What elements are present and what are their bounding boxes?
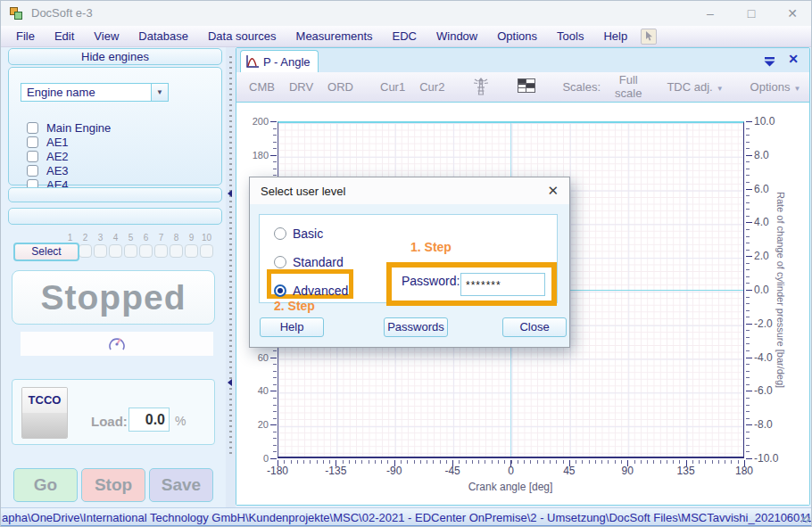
step1-annotation: 1. Step xyxy=(410,240,452,254)
cylinder-number-label: 10 xyxy=(202,233,211,243)
collapse-panel-icon[interactable] xyxy=(764,54,775,70)
cylinder-column: 9 xyxy=(185,233,198,258)
x-tick: 135 xyxy=(667,465,706,477)
engine-checkbox[interactable] xyxy=(27,151,38,162)
panel-splitter[interactable] xyxy=(226,47,236,507)
minimize-button[interactable]: – xyxy=(690,1,731,26)
toolbar-ord-button[interactable]: ORD xyxy=(327,80,353,94)
save-button[interactable]: Save xyxy=(149,468,213,502)
menu-item-data-sources[interactable]: Data sources xyxy=(198,26,286,47)
cylinder-number-row: 12345678910 xyxy=(63,233,213,258)
cylinder-number-label: 2 xyxy=(83,233,88,243)
tdc-adj-dropdown[interactable]: TDC adj.▼ xyxy=(667,80,723,94)
tab-row: P - Angle ✕ xyxy=(236,48,809,72)
cylinder-checkbox[interactable] xyxy=(79,244,92,258)
cylinder-column: 3 xyxy=(94,233,107,258)
maximize-button[interactable]: □ xyxy=(731,1,772,26)
menu-item-window[interactable]: Window xyxy=(427,26,487,47)
layout-grid-icon[interactable] xyxy=(518,78,535,95)
cylinder-checkbox[interactable] xyxy=(154,244,168,258)
menu-item-tools[interactable]: Tools xyxy=(547,26,593,47)
resize-grip[interactable] xyxy=(801,515,810,523)
radio-label: Standard xyxy=(293,255,344,269)
radio-basic[interactable] xyxy=(274,227,286,240)
collapsed-panel-1[interactable] xyxy=(8,187,222,202)
radio-advanced[interactable] xyxy=(274,284,286,297)
cylinder-checkbox[interactable] xyxy=(185,244,198,258)
chevron-down-icon: ▼ xyxy=(793,85,800,93)
chevron-down-icon: ▼ xyxy=(717,85,724,93)
chevron-down-icon[interactable]: ▼ xyxy=(151,84,168,101)
tcco-indicator xyxy=(22,413,67,439)
hide-engines-button[interactable]: Hide engines xyxy=(8,48,222,65)
engine-name-dropdown[interactable]: Engine name ▼ xyxy=(21,83,169,102)
collapsed-panel-2[interactable] xyxy=(8,208,222,225)
cylinder-checkbox[interactable] xyxy=(200,244,213,258)
cylinder-column: 5 xyxy=(124,233,137,258)
menu-item-edc[interactable]: EDC xyxy=(383,26,427,47)
dialog-close-icon[interactable]: ✕ xyxy=(547,183,559,199)
splitter-arrow-left-icon[interactable] xyxy=(228,190,232,197)
dialog-title: Select user level xyxy=(261,185,345,198)
cylinder-checkbox[interactable] xyxy=(124,244,137,258)
cylinder-column: 7 xyxy=(154,233,168,258)
menu-item-database[interactable]: Database xyxy=(128,26,198,47)
engine-checkbox[interactable] xyxy=(27,165,38,177)
cylinder-number-label: 7 xyxy=(159,233,164,243)
radio-label: Basic xyxy=(293,226,323,241)
go-button[interactable]: Go xyxy=(13,468,78,502)
toolbar-cur1-button[interactable]: Cur1 xyxy=(380,80,405,94)
cylinder-checkbox[interactable] xyxy=(139,244,153,258)
splitter-arrow-left-icon[interactable] xyxy=(228,379,232,386)
engines-panel: Engine name ▼ Main EngineAE1AE2AE3AE4 xyxy=(8,67,222,185)
app-logo-icon xyxy=(10,7,24,21)
passwords-button[interactable]: Passwords xyxy=(384,317,448,337)
stop-button[interactable]: Stop xyxy=(81,468,145,502)
menu-item-help[interactable]: Help xyxy=(593,26,637,47)
options-dropdown[interactable]: Options▼ xyxy=(750,80,801,94)
hand-pointer-icon[interactable] xyxy=(641,29,657,45)
lighthouse-icon[interactable] xyxy=(471,76,491,98)
toolbar-cmb-button[interactable]: CMB xyxy=(249,80,275,94)
dialog-title-bar[interactable]: Select user level ✕ xyxy=(250,177,569,204)
load-input[interactable] xyxy=(128,408,170,432)
cylinder-checkbox[interactable] xyxy=(94,244,107,258)
cylinder-checkbox[interactable] xyxy=(170,244,183,258)
toolbar-cur2-button[interactable]: Cur2 xyxy=(419,80,444,94)
tcco-label: TCCO xyxy=(22,388,67,413)
password-input[interactable] xyxy=(460,273,545,296)
scales-label: Scales: xyxy=(562,80,601,94)
menu-item-options[interactable]: Options xyxy=(487,26,547,47)
radio-label: Advanced xyxy=(293,284,348,298)
x-tick: 180 xyxy=(725,465,764,477)
engine-checkbox[interactable] xyxy=(27,136,38,148)
radio-row-standard[interactable]: Standard xyxy=(274,255,344,269)
close-button[interactable]: ✕ xyxy=(772,1,812,26)
engine-checkbox[interactable] xyxy=(27,122,38,134)
close-view-icon[interactable]: ✕ xyxy=(788,52,799,66)
menu-item-view[interactable]: View xyxy=(84,26,128,47)
radio-standard[interactable] xyxy=(274,256,286,268)
splitter-grip[interactable] xyxy=(229,56,232,457)
app-window: DocSoft e-3 – □ ✕ FileEditViewDatabaseDa… xyxy=(0,0,812,527)
cylinder-checkbox[interactable] xyxy=(109,244,122,258)
select-button[interactable]: Select xyxy=(13,243,79,261)
menu-item-edit[interactable]: Edit xyxy=(45,26,84,47)
menu-item-measurements[interactable]: Measurements xyxy=(286,26,383,47)
chart-toolbar: CMB DRV ORD Cur1 Cur2 xyxy=(236,72,809,102)
status-bar: apha\OneDrive\International Technology G… xyxy=(1,507,812,527)
step2-annotation: 2. Step xyxy=(274,299,315,313)
close-dialog-button[interactable]: Close xyxy=(502,317,567,337)
toolbar-drv-button[interactable]: DRV xyxy=(289,80,313,94)
engine-label: Main Engine xyxy=(46,121,111,135)
help-button[interactable]: Help xyxy=(260,317,324,337)
menu-item-file[interactable]: File xyxy=(6,26,45,47)
tab-p-angle[interactable]: P - Angle xyxy=(240,50,319,72)
radio-row-basic[interactable]: Basic xyxy=(274,226,323,241)
cylinder-number-label: 9 xyxy=(189,233,195,243)
title-bar: DocSoft e-3 – □ ✕ xyxy=(1,1,812,26)
radio-row-advanced[interactable]: Advanced xyxy=(274,284,348,298)
full-scale-button[interactable]: Full scale xyxy=(615,74,642,100)
tcco-block[interactable]: TCCO xyxy=(21,387,68,439)
x-tick: -135 xyxy=(316,465,355,477)
